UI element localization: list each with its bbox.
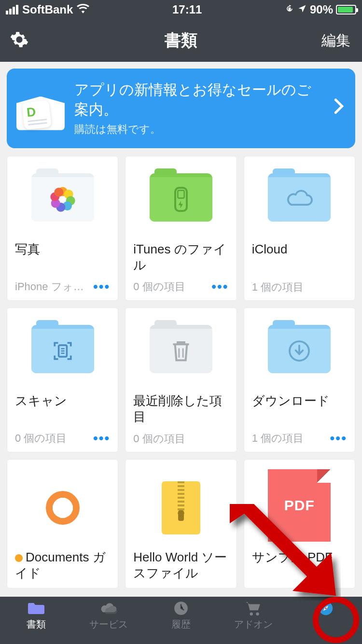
tile-subtitle: 0 個の項目 — [133, 280, 185, 294]
cloud-icon — [99, 601, 118, 616]
icloud-folder-icon — [268, 173, 331, 222]
download-folder-icon — [268, 325, 331, 373]
carrier-label: SoftBank — [22, 3, 73, 16]
tab-bar: 書類 サービス 履歴 アドオン — [0, 597, 362, 644]
tab-services[interactable]: サービス — [72, 601, 145, 644]
lifebuoy-icon — [46, 491, 80, 525]
svg-point-21 — [256, 613, 259, 616]
location-icon — [297, 3, 307, 16]
nav-bar: 書類 編集 — [0, 19, 362, 62]
chevron-right-icon — [334, 98, 344, 119]
tab-label: 履歴 — [171, 618, 191, 631]
more-button[interactable]: ••• — [93, 279, 110, 294]
scan-folder-icon — [31, 325, 94, 373]
svg-rect-10 — [175, 188, 187, 211]
tile-title: iTunes のファイル — [133, 241, 228, 276]
more-button[interactable]: ••• — [93, 431, 110, 446]
folder-recently-deleted[interactable]: 最近削除した項目 0 個の項目 — [125, 308, 237, 452]
tab-label: サービス — [89, 618, 128, 631]
folder-photos[interactable]: 写真 iPhone フォトラ… ••• — [7, 156, 118, 301]
itunes-folder-icon — [150, 173, 212, 222]
tab-documents[interactable]: 書類 — [0, 601, 72, 644]
settings-button[interactable] — [10, 30, 29, 51]
zip-icon — [162, 481, 200, 534]
file-documents-guide[interactable]: Documents ガイド — [7, 459, 118, 588]
trash-folder-icon — [150, 325, 212, 373]
tile-title: スキャン — [15, 393, 110, 428]
banner-title: アプリの新情報とお得なセールのご案内。 — [74, 80, 324, 119]
more-button[interactable]: ••• — [330, 431, 347, 446]
folder-scan[interactable]: スキャン 0 個の項目 ••• — [7, 308, 118, 452]
page-title: 書類 — [165, 29, 197, 52]
svg-point-9 — [60, 197, 65, 202]
tile-title: Hello World ソースファイル — [133, 549, 228, 588]
folder-downloads[interactable]: ダウンロード 1 個の項目 ••• — [244, 308, 355, 452]
svg-point-23 — [325, 607, 327, 609]
photos-folder-icon — [31, 173, 94, 222]
tab-addons[interactable]: アドオン — [217, 601, 290, 644]
banner-subtitle: 購読は無料です。 — [74, 122, 324, 137]
newsletter-icon: D — [16, 87, 65, 130]
svg-point-8 — [54, 188, 63, 197]
cart-icon — [244, 601, 263, 616]
edit-button[interactable]: 編集 — [321, 31, 350, 51]
newsletter-banner[interactable]: D アプリの新情報とお得なセールのご案内。 購読は無料です。 — [7, 69, 355, 148]
tile-subtitle: iPhone フォトラ… — [15, 280, 92, 294]
file-hello-world-zip[interactable]: Hello World ソースファイル — [125, 459, 237, 588]
tile-title: ダウンロード — [252, 393, 347, 428]
folder-itunes-files[interactable]: iTunes のファイル 0 個の項目 ••• — [125, 156, 237, 301]
file-sample-pdf[interactable]: PDF サンプル PDF — [244, 459, 355, 588]
tile-subtitle: 1 個の項目 — [252, 280, 304, 294]
svg-rect-11 — [178, 190, 184, 198]
battery-percent: 90% — [310, 3, 333, 16]
tab-label: 書類 — [27, 618, 46, 631]
folder-icloud[interactable]: iCloud 1 個の項目 — [244, 156, 355, 301]
tab-browser[interactable] — [290, 601, 362, 644]
battery-icon — [336, 5, 356, 14]
tile-title: 最近削除した項目 — [133, 393, 228, 429]
folder-icon — [27, 601, 45, 616]
wifi-icon — [77, 3, 89, 16]
clock-icon — [172, 601, 190, 616]
update-badge — [15, 554, 23, 562]
tile-title: Documents ガイド — [15, 549, 110, 588]
pdf-icon: PDF — [268, 469, 331, 542]
tile-title: iCloud — [252, 241, 347, 277]
compass-icon — [317, 601, 335, 616]
svg-rect-0 — [288, 8, 291, 11]
more-button[interactable]: ••• — [211, 279, 228, 294]
rotation-lock-icon — [285, 3, 294, 16]
tile-subtitle: 0 個の項目 — [133, 432, 185, 446]
tile-title: 写真 — [15, 241, 110, 276]
tab-history[interactable]: 履歴 — [145, 601, 217, 644]
status-bar: SoftBank 17:11 90% — [0, 0, 362, 19]
tile-subtitle: 0 個の項目 — [15, 431, 67, 446]
tile-title: サンプル PDF — [252, 549, 347, 588]
signal-icon — [6, 5, 18, 14]
gear-icon — [10, 30, 29, 49]
svg-point-20 — [250, 613, 253, 616]
status-time: 17:11 — [172, 3, 202, 16]
tile-subtitle: 1 個の項目 — [252, 431, 304, 446]
tab-label: アドオン — [234, 618, 273, 631]
